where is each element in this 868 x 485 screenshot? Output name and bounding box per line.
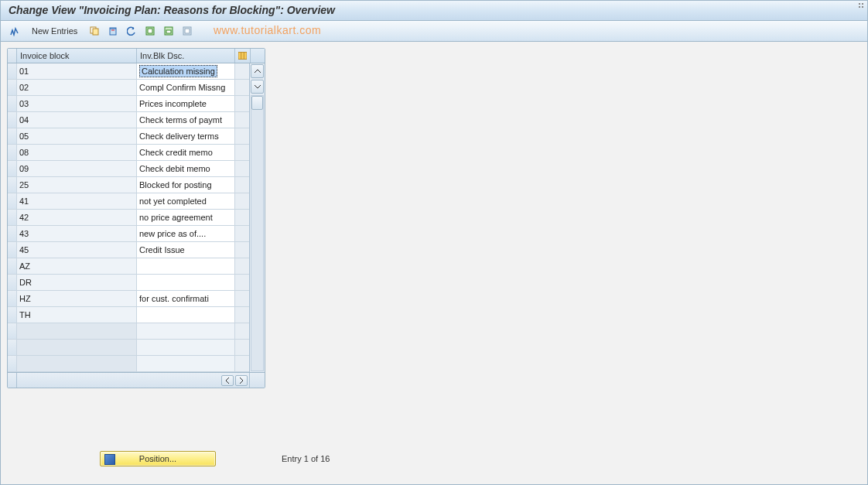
entry-count-text: Entry 1 of 16 [282, 454, 330, 463]
table-row[interactable]: DR [8, 275, 249, 291]
deselect-all-button[interactable] [179, 23, 195, 39]
table-row[interactable]: 45Credit Issue [8, 242, 249, 258]
column-header-invoice-block[interactable]: Invoice block [17, 49, 137, 63]
scroll-thumb[interactable] [251, 96, 263, 110]
row-selector[interactable] [8, 63, 17, 79]
table-row[interactable]: 09Check debit memo [8, 161, 249, 177]
inv-blk-dsc-cell[interactable]: Credit Issue [137, 242, 235, 258]
row-selector[interactable] [8, 242, 17, 258]
table-row[interactable]: HZfor cust. confirmati [8, 291, 249, 307]
table-row[interactable]: 01Calculation missing [8, 63, 249, 80]
invoice-block-cell[interactable]: HZ [17, 291, 137, 306]
row-selector[interactable] [8, 226, 17, 241]
scroll-up-button[interactable] [251, 64, 264, 78]
table-row[interactable]: 08Check credit memo [8, 145, 249, 161]
row-selector[interactable] [8, 177, 17, 193]
invoice-block-cell[interactable]: 45 [17, 242, 137, 258]
chevron-left-icon [225, 377, 230, 384]
scroll-down-button[interactable] [251, 80, 264, 94]
invoice-block-cell[interactable]: DR [17, 275, 137, 290]
table-row[interactable]: 25Blocked for posting [8, 177, 249, 193]
toolbar: New Entries www.tutorialkart.com [1, 21, 867, 42]
inv-blk-dsc-cell[interactable]: no price agreement [137, 210, 235, 225]
table-row[interactable]: 04Check terms of paymt [8, 112, 249, 128]
new-entries-button[interactable]: New Entries [26, 25, 84, 37]
row-selector[interactable] [8, 307, 17, 323]
table-config-button[interactable] [235, 49, 251, 63]
row-selector[interactable] [8, 291, 17, 306]
inv-blk-dsc-cell[interactable]: not yet completed [137, 193, 235, 209]
invoice-block-cell[interactable]: 09 [17, 161, 137, 176]
table-columns-icon [238, 52, 247, 60]
select-block-button[interactable] [161, 23, 176, 39]
inv-blk-dsc-cell[interactable] [137, 307, 235, 323]
vertical-scrollbar[interactable] [249, 63, 265, 372]
row-selector[interactable] [8, 80, 17, 95]
column-header-inv-blk-dsc[interactable]: Inv.Blk Dsc. [137, 49, 235, 63]
row-selector[interactable] [8, 128, 17, 144]
change-display-button[interactable] [7, 23, 22, 39]
table-header-row: Invoice block Inv.Blk Dsc. [8, 49, 265, 63]
svg-rect-6 [148, 29, 152, 33]
position-button[interactable]: Position... [100, 451, 216, 466]
select-all-button[interactable] [142, 23, 158, 39]
invoice-block-cell[interactable]: 41 [17, 193, 137, 209]
table-row-empty [8, 356, 249, 372]
table-row[interactable]: 42no price agreement [8, 210, 249, 226]
inv-blk-dsc-cell[interactable]: Prices incomplete [137, 96, 235, 111]
invoice-block-cell[interactable]: 43 [17, 226, 137, 241]
inv-blk-dsc-cell[interactable]: Check debit memo [137, 161, 235, 176]
chevron-up-icon [255, 69, 261, 73]
invoice-block-cell[interactable]: 05 [17, 128, 137, 144]
table-row[interactable]: 41not yet completed [8, 193, 249, 210]
invoice-block-cell[interactable]: 02 [17, 80, 137, 95]
svg-rect-11 [238, 52, 247, 59]
row-selector[interactable] [8, 210, 17, 225]
invoice-block-cell[interactable]: AZ [17, 258, 137, 274]
delete-button[interactable] [105, 23, 121, 39]
table-row[interactable]: 03Prices incomplete [8, 96, 249, 112]
horizontal-scrollbar[interactable] [17, 373, 249, 388]
header-select-all[interactable] [8, 49, 17, 63]
table-row-empty [8, 323, 249, 340]
row-selector[interactable] [8, 112, 17, 128]
table-row[interactable]: 05Check delivery terms [8, 128, 249, 145]
invoice-block-cell[interactable]: 08 [17, 145, 137, 160]
row-selector[interactable] [8, 161, 17, 176]
row-selector[interactable] [8, 96, 17, 111]
undo-button[interactable] [124, 23, 139, 39]
invoice-block-cell[interactable]: 01 [17, 63, 137, 79]
inv-blk-dsc-cell[interactable]: Compl Confirm Missng [137, 80, 235, 95]
inv-blk-dsc-cell[interactable]: Check terms of paymt [137, 112, 235, 128]
copy-as-button[interactable] [87, 23, 102, 39]
row-selector[interactable] [8, 193, 17, 209]
inv-blk-dsc-cell[interactable]: Check credit memo [137, 145, 235, 160]
inv-blk-dsc-cell[interactable]: new price as of.... [137, 226, 235, 241]
table-footer [8, 372, 265, 388]
inv-blk-dsc-cell[interactable] [137, 275, 235, 290]
row-selector[interactable] [8, 145, 17, 160]
row-selector[interactable] [8, 258, 17, 274]
new-entries-label: New Entries [32, 26, 77, 36]
inv-blk-dsc-cell[interactable]: for cust. confirmati [137, 291, 235, 306]
inv-blk-dsc-cell[interactable]: Calculation missing [137, 63, 235, 79]
scroll-track[interactable] [251, 95, 264, 371]
invoice-block-cell[interactable]: 42 [17, 210, 137, 225]
row-selector[interactable] [8, 275, 17, 290]
invoice-block-cell[interactable]: 04 [17, 112, 137, 128]
table-row[interactable]: 02Compl Confirm Missng [8, 80, 249, 96]
inv-blk-dsc-cell[interactable]: Blocked for posting [137, 177, 235, 193]
invoice-block-cell[interactable]: 25 [17, 177, 137, 193]
invoice-block-cell[interactable]: TH [17, 307, 137, 323]
scroll-right-button[interactable] [235, 375, 248, 386]
table-row[interactable]: TH [8, 307, 249, 323]
table-row[interactable]: AZ [8, 258, 249, 275]
table-rows-container: 01Calculation missing02Compl Confirm Mis… [8, 63, 249, 372]
inv-blk-dsc-cell[interactable] [137, 258, 235, 274]
inv-blk-dsc-cell[interactable]: Check delivery terms [137, 128, 235, 144]
window-grip-icon [858, 2, 866, 10]
position-label: Position... [139, 454, 176, 463]
scroll-left-button[interactable] [221, 375, 234, 386]
table-row[interactable]: 43new price as of.... [8, 226, 249, 242]
invoice-block-cell[interactable]: 03 [17, 96, 137, 111]
